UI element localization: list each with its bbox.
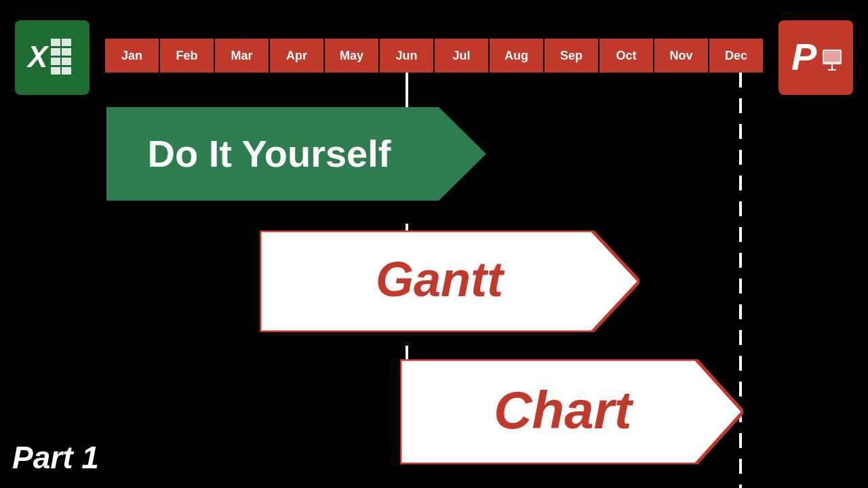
svg-text:P: P xyxy=(791,35,817,78)
svg-rect-3 xyxy=(51,48,60,56)
part-label: Part 1 xyxy=(12,439,99,476)
svg-rect-11 xyxy=(824,51,840,62)
month-may: May xyxy=(325,39,380,73)
svg-rect-5 xyxy=(51,58,60,65)
arrow-diy: Do It Yourself xyxy=(106,107,486,201)
month-aug: Aug xyxy=(490,39,545,73)
arrow-chart: Chart xyxy=(400,359,743,464)
chart-text: Chart xyxy=(494,380,634,440)
month-mar: Mar xyxy=(215,39,270,73)
svg-rect-7 xyxy=(51,67,60,75)
month-feb: Feb xyxy=(160,39,215,73)
arrow-gantt-svg: Gantt xyxy=(260,230,639,332)
month-apr: Apr xyxy=(270,39,325,73)
svg-rect-8 xyxy=(62,67,71,75)
svg-rect-6 xyxy=(62,58,71,65)
month-bar: Jan Feb Mar Apr May Jun Jul Aug Sep Oct … xyxy=(105,39,763,73)
gantt-text: Gantt xyxy=(376,252,505,306)
month-jul: Jul xyxy=(435,39,490,73)
month-oct: Oct xyxy=(599,39,654,73)
connector-line-1 xyxy=(406,73,408,112)
month-nov: Nov xyxy=(654,39,709,73)
month-sep: Sep xyxy=(545,39,599,73)
svg-rect-4 xyxy=(62,48,71,56)
diy-text: Do It Yourself xyxy=(148,132,391,175)
month-jan: Jan xyxy=(105,39,160,73)
month-dec: Dec xyxy=(709,39,763,73)
powerpoint-icon: P xyxy=(778,20,853,95)
arrow-gantt: Gantt xyxy=(260,230,639,332)
month-jun: Jun xyxy=(380,39,435,73)
arrow-chart-svg: Chart xyxy=(400,359,743,464)
svg-rect-2 xyxy=(62,39,71,46)
svg-rect-1 xyxy=(51,39,60,46)
arrow-diy-svg: Do It Yourself xyxy=(106,107,486,201)
excel-icon: X xyxy=(15,20,90,95)
svg-text:X: X xyxy=(26,40,50,73)
